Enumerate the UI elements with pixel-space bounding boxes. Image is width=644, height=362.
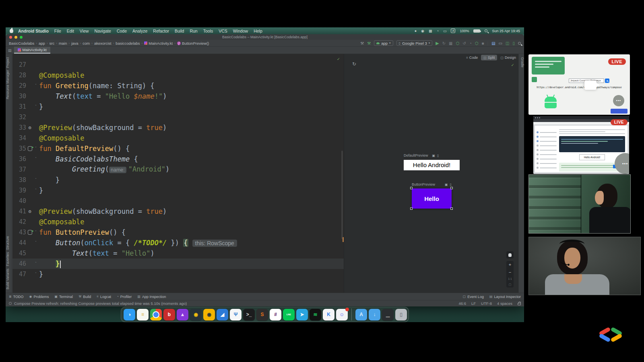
menubar-status-icon-2[interactable]: ▦ [429, 29, 432, 33]
toolwindow-todo[interactable]: ≣TODO [9, 295, 24, 299]
project-strip-icon[interactable]: ▤ [8, 48, 12, 52]
menubar-status-icon-1[interactable]: ◉ [421, 29, 424, 33]
dock-line-icon[interactable]: LINE [283, 309, 295, 321]
toolwindow-problems[interactable]: ◉Problems [29, 295, 49, 299]
menu-item-tools[interactable]: Tools [203, 29, 213, 33]
tool-strip-build-variants[interactable]: Build Variants [6, 269, 12, 290]
code-line-40[interactable]: 40 [12, 196, 344, 206]
dock-slack-icon[interactable]: # [270, 309, 281, 321]
dock-notes-icon[interactable]: ≡ [137, 309, 149, 321]
apply-changes-icon[interactable]: ⬡ [456, 41, 460, 46]
dock-trash-icon[interactable]: ▯ [395, 309, 407, 321]
code-line-42[interactable]: 42@Composable [12, 217, 344, 227]
selection-handle[interactable] [450, 207, 453, 210]
menu-item-navigate[interactable]: Navigate [94, 29, 111, 33]
code-line-41[interactable]: 41⚙@Preview(showBackground = true) [12, 206, 344, 217]
code-line-37[interactable]: 37 Greeting(name:"Android") [12, 164, 344, 175]
toolwindow-profiler[interactable]: ◔Profiler [117, 295, 132, 299]
code-line-43[interactable]: 43ˇfun ButtonPreview() { [12, 227, 344, 238]
preview-settings-gear-icon[interactable]: ⚙ [28, 209, 31, 214]
dock-android-app-yellow-icon[interactable]: ◉ [203, 309, 215, 321]
dock-telegram-icon[interactable]: ➤ [296, 309, 308, 321]
wrench-icon[interactable]: ⚒ [360, 41, 364, 46]
run-preview-icon[interactable] [28, 230, 32, 235]
dock-spotify-icon[interactable]: ≋ [310, 309, 321, 321]
zoom-out-button[interactable]: − [509, 270, 511, 275]
run-button[interactable]: ▶ [436, 41, 439, 46]
fold-marker[interactable]: ˇ [33, 238, 38, 248]
menu-item-code[interactable]: Code [117, 29, 127, 33]
toolwindow-app-inspection[interactable]: ▥App Inspection [137, 295, 166, 299]
breadcrumb-app[interactable]: app [39, 41, 45, 46]
lock-icon[interactable] [518, 303, 521, 305]
view-mode-code[interactable]: ≡Code [464, 55, 480, 60]
code-line-33[interactable]: 33⚙@Preview(showBackground = true) [12, 122, 344, 133]
stop-icon[interactable]: ■ [481, 41, 484, 46]
menu-item-view[interactable]: View [80, 29, 89, 33]
logcat-window-icon[interactable]: ▭ [499, 41, 502, 46]
fold-marker[interactable]: ˆ [33, 101, 38, 112]
code-line-44[interactable]: 44ˇ Button(onClick = { /*TODO*/ }) {this… [12, 238, 344, 248]
dock-minimized-window-icon[interactable]: ▁ [382, 309, 394, 321]
code-line-35[interactable]: 35ˇfun DefaultPreview() { [12, 143, 344, 154]
interactive-preview-icon[interactable]: ▣ [445, 183, 448, 186]
dock-affinity-photo-icon[interactable]: ▲ [177, 309, 188, 321]
editor-scrollbar[interactable] [341, 151, 343, 239]
dock-keynote-icon[interactable]: K [323, 309, 334, 321]
menu-item-edit[interactable]: Edit [67, 29, 74, 33]
menu-item-file[interactable]: File [54, 29, 61, 33]
toolwindow-layout-inspector[interactable]: ▤Layout Inspector [489, 295, 521, 299]
fold-marker[interactable]: ˇ [33, 81, 38, 91]
fold-marker[interactable]: ˇ [33, 227, 38, 238]
zoom-in-button[interactable]: + [509, 262, 511, 267]
code-line-34[interactable]: 34@Composable [12, 133, 344, 143]
avd-icon[interactable]: ◫ [506, 41, 509, 46]
dock-chrome-icon[interactable] [150, 309, 162, 321]
coverage-icon[interactable]: ▦ [449, 41, 452, 46]
breadcrumb-basiccodelabs[interactable]: basiccodelabs [116, 41, 140, 46]
device-manager-icon[interactable]: ▤ [491, 41, 495, 46]
tool-strip-gradle[interactable]: Gradle [519, 57, 524, 68]
run-config-selector[interactable]: app ▾ [374, 40, 393, 46]
spotlight-search-icon[interactable] [485, 29, 487, 32]
button-preview-render[interactable]: Hello [412, 188, 452, 209]
fold-marker[interactable]: ˆ [33, 185, 38, 196]
tool-strip-structure[interactable]: Structure [6, 236, 12, 250]
code-line-29[interactable]: 29ˇfun Greeting(name: String) { [12, 81, 344, 91]
toolwindow-build[interactable]: ⚒Build [78, 295, 91, 299]
fold-marker[interactable]: ˇ [33, 154, 38, 164]
toolwindow-event-log[interactable]: ▢Event Log [463, 295, 484, 299]
menu-item-window[interactable]: Window [233, 29, 248, 33]
sdk-manager-icon[interactable]: ▯ [512, 41, 515, 46]
menubar-app-name[interactable]: Android Studio [18, 29, 49, 33]
code-line-28[interactable]: 28@Composable [12, 70, 344, 81]
window-titlebar[interactable]: BasicCodelabs – MainActivity.kt [BasicCo… [6, 34, 524, 40]
code-line-39[interactable]: 39ˆ} [12, 185, 344, 196]
apply-code-icon[interactable]: ⬡ [475, 41, 479, 46]
video-tile-slide[interactable]: LIVE Jetpack Compose Pathways https://de… [528, 54, 630, 115]
code-line-30[interactable]: 30 Text(text = "Hello $name!") [12, 91, 344, 101]
tool-strip-favorites[interactable]: Favorites [6, 252, 12, 266]
webcam-speaker-2[interactable] [528, 237, 641, 295]
view-mode-split[interactable]: ◫Split [481, 55, 497, 60]
file-encoding[interactable]: UTF-8 [481, 301, 492, 306]
dock-applications-folder-icon[interactable]: A [355, 309, 367, 321]
preview-refresh-icon[interactable]: ↻ [352, 61, 356, 67]
breadcrumb-basiccodelabs[interactable]: BasicCodelabs [9, 41, 34, 46]
code-line-36[interactable]: 36ˇ BasicCodelabsTheme { [12, 154, 344, 164]
code-editor[interactable]: ✓ 2728@Composable29ˇfun Greeting(name: S… [12, 54, 344, 293]
code-line-27[interactable]: 27 [12, 60, 344, 70]
device-selector[interactable]: ▯ Google Pixel 3 ▾ [396, 40, 433, 46]
video-tile-browser[interactable]: Hello Android! LIVE ••• [533, 116, 629, 174]
menu-item-help[interactable]: Help [254, 29, 262, 33]
menubar-status-icon-3[interactable]: ◔ [436, 29, 438, 33]
dock-finder-icon[interactable]: ◑ [124, 309, 135, 321]
view-mode-design[interactable]: ▢Design [498, 55, 518, 60]
selection-handle[interactable] [450, 187, 453, 189]
breadcrumb-akexorcist[interactable]: akexorcist [94, 41, 111, 46]
breadcrumb-main[interactable]: main [59, 41, 67, 46]
breadcrumb-src[interactable]: src [50, 41, 55, 46]
run-preview-icon[interactable] [28, 146, 32, 151]
code-line-31[interactable]: 31ˆ} [12, 101, 344, 112]
rerun-icon[interactable]: ↻ [442, 41, 446, 46]
